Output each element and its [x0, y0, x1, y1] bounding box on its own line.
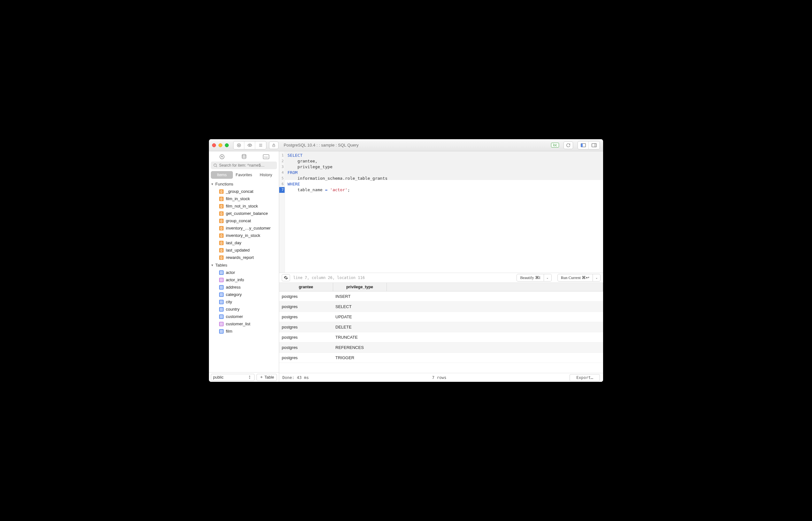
table-row[interactable]: postgresTRUNCATE — [279, 332, 603, 343]
tree-item[interactable]: get_customer_balance — [209, 210, 279, 217]
cell[interactable]: TRIGGER — [333, 353, 387, 363]
svg-rect-49 — [220, 330, 223, 331]
cancel-icon[interactable] — [234, 141, 244, 149]
group-header[interactable]: ▼Functions — [209, 180, 279, 188]
tree-item-label: category — [226, 292, 242, 297]
table-icon — [219, 292, 224, 297]
cell[interactable]: postgres — [279, 332, 333, 343]
tree-item[interactable]: last_updated — [209, 246, 279, 254]
tab-items[interactable]: Items — [211, 171, 233, 179]
run-menu-button[interactable]: ⌄ — [593, 274, 600, 281]
editor-code[interactable]: SELECT grantee, privilege_type FROM info… — [285, 151, 603, 273]
cell[interactable]: postgres — [279, 322, 333, 332]
tree-item[interactable]: actor — [209, 269, 279, 276]
tree-item-label: film — [226, 329, 232, 334]
svg-rect-23 — [220, 280, 223, 281]
tree-item[interactable]: inventory_in_stock — [209, 232, 279, 239]
schema-popup[interactable]: public ▲▼ — [211, 374, 255, 381]
list-icon[interactable] — [255, 141, 266, 149]
cell[interactable]: postgres — [279, 353, 333, 363]
lock-icon[interactable] — [269, 141, 279, 149]
function-icon — [219, 204, 224, 208]
search-input[interactable] — [211, 161, 277, 169]
tree-item[interactable]: film — [209, 327, 279, 335]
cell[interactable]: DELETE — [333, 322, 387, 332]
svg-rect-39 — [220, 310, 223, 311]
cell[interactable]: SELECT — [333, 302, 387, 312]
eye-icon[interactable] — [244, 141, 255, 149]
tree-item[interactable]: rewards_report — [209, 254, 279, 261]
tree-item-label: rewards_report — [226, 255, 254, 260]
quick-connect-icon[interactable] — [218, 153, 226, 160]
tree-item[interactable]: category — [209, 291, 279, 298]
tree-item[interactable]: country — [209, 305, 279, 313]
cell[interactable]: TRUNCATE — [333, 332, 387, 343]
cell[interactable]: postgres — [279, 292, 333, 302]
titlebar: PostgreSQL 10.4 : : sample : SQL Query l… — [209, 139, 603, 151]
tab-history[interactable]: History — [255, 171, 277, 179]
svg-rect-47 — [220, 325, 223, 325]
tree-item[interactable]: customer_list — [209, 320, 279, 327]
table-row[interactable]: postgresSELECT — [279, 302, 603, 312]
sql-icon[interactable]: SQL — [262, 153, 270, 160]
tree-item[interactable]: group_concat — [209, 217, 279, 224]
minimize-window-button[interactable] — [219, 143, 222, 147]
editor-toolbar: line 7, column 26, location 116 Beautify… — [279, 273, 603, 283]
tree-item[interactable]: actor_info — [209, 276, 279, 284]
tree-item[interactable]: inventory_…y_customer — [209, 224, 279, 232]
export-button[interactable]: Export… — [570, 374, 600, 381]
left-panel-icon[interactable] — [578, 141, 589, 149]
tree-item[interactable]: city — [209, 298, 279, 305]
results-table: granteeprivilege_type postgresINSERTpost… — [279, 283, 603, 363]
view-icon — [219, 278, 224, 282]
group-header[interactable]: ▼Tables — [209, 261, 279, 269]
tree-item-label: country — [226, 307, 240, 312]
tree-item[interactable]: address — [209, 284, 279, 291]
refresh-icon[interactable] — [564, 141, 573, 149]
tab-favorites[interactable]: Favorites — [233, 171, 255, 179]
tree-item[interactable]: customer — [209, 313, 279, 320]
tree-item[interactable]: film_in_stock — [209, 195, 279, 202]
beautify-group: Beautify ⌘I ⌄ — [517, 274, 551, 281]
zoom-window-button[interactable] — [225, 143, 229, 147]
sql-editor[interactable]: 1234567 SELECT grantee, privilege_type F… — [279, 151, 603, 273]
tree-item[interactable]: last_day — [209, 239, 279, 246]
table-row[interactable]: postgresDELETE — [279, 322, 603, 332]
editor-gutter: 1234567 — [279, 151, 285, 273]
database-icon[interactable] — [240, 153, 248, 160]
column-header[interactable]: grantee — [279, 283, 333, 292]
results-grid[interactable]: granteeprivilege_type postgresINSERTpost… — [279, 283, 603, 373]
cell[interactable]: UPDATE — [333, 312, 387, 322]
beautify-menu-button[interactable]: ⌄ — [544, 274, 552, 281]
column-header[interactable]: privilege_type — [333, 283, 387, 292]
status-bar: Done: 43 ms 7 rows Export… — [279, 373, 603, 382]
cell[interactable]: INSERT — [333, 292, 387, 302]
add-table-button[interactable]: ＋ Table — [257, 374, 277, 381]
svg-rect-35 — [220, 303, 223, 303]
gear-icon[interactable] — [282, 274, 290, 281]
cell[interactable]: postgres — [279, 312, 333, 322]
run-button[interactable]: Run Current ⌘↩ — [557, 274, 593, 281]
table-row[interactable]: postgresUPDATE — [279, 312, 603, 322]
disclosure-triangle-icon: ▼ — [211, 183, 214, 186]
table-row[interactable]: postgresTRIGGER — [279, 353, 603, 363]
beautify-button[interactable]: Beautify ⌘I — [517, 274, 544, 281]
cell[interactable]: postgres — [279, 343, 333, 353]
table-row[interactable]: postgresINSERT — [279, 292, 603, 302]
svg-rect-42 — [220, 316, 223, 317]
right-panel-icon[interactable] — [589, 141, 599, 149]
tree-item[interactable]: film_not_in_stock — [209, 202, 279, 210]
function-icon — [219, 233, 224, 238]
body: SQL Items Favorites History ▼Functions_g… — [209, 151, 603, 382]
table-row[interactable]: postgresREFERENCES — [279, 343, 603, 353]
cell[interactable]: postgres — [279, 302, 333, 312]
close-window-button[interactable] — [212, 143, 216, 147]
export-label: Export… — [576, 375, 593, 380]
loc-badge: loc — [551, 143, 559, 148]
svg-rect-31 — [220, 295, 223, 296]
cell[interactable]: REFERENCES — [333, 343, 387, 353]
sidebar: SQL Items Favorites History ▼Functions_g… — [209, 151, 279, 382]
tree-item[interactable]: _group_concat — [209, 188, 279, 195]
sidebar-tree[interactable]: ▼Functions_group_concatfilm_in_stockfilm… — [209, 180, 279, 372]
svg-rect-43 — [220, 317, 223, 318]
